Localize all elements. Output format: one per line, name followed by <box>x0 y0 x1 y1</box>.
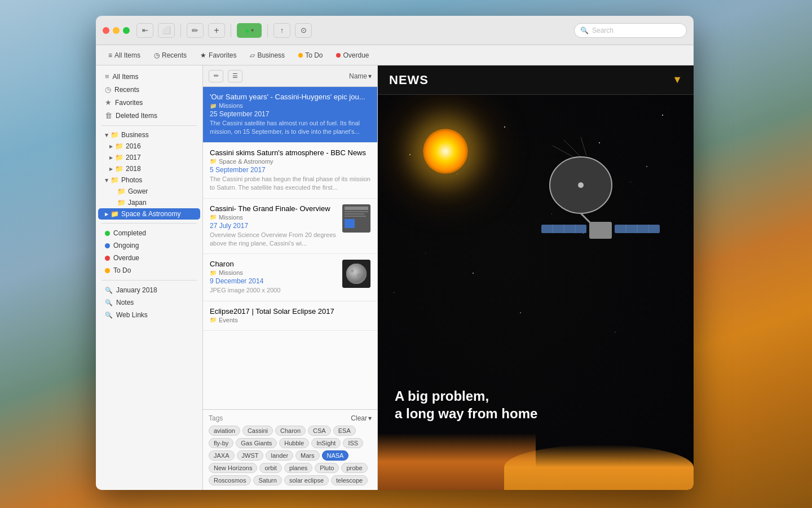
tag-telescope[interactable]: telescope <box>331 475 368 485</box>
tag-jwst[interactable]: JWST <box>237 450 264 461</box>
trash-icon: 🗑 <box>105 111 112 120</box>
tag-newhorizons[interactable]: New Horizons <box>209 463 257 473</box>
tags-clear-button[interactable]: Clear ▾ <box>351 414 372 422</box>
thumbnail-svg <box>342 204 370 233</box>
tag-flyby[interactable]: fly-by <box>209 438 233 448</box>
separator <box>180 24 181 37</box>
list-item[interactable]: Cassini skims Saturn's atmosphere - BBC … <box>203 143 377 199</box>
svg-point-13 <box>578 182 584 188</box>
folder-icon-sm: 📁 <box>210 103 217 109</box>
sidebar-item-january2018[interactable]: 🔍 January 2018 <box>98 284 200 296</box>
toolbar-tabs: ≡ All Items ◷ Recents ★ Favorites ▱ Busi… <box>96 45 694 65</box>
list-item[interactable]: Eclipse2017 | Total Solar Eclipse 2017 📁… <box>203 301 377 331</box>
tag-hubble[interactable]: Hubble <box>279 438 309 448</box>
minimize-button[interactable] <box>113 27 120 34</box>
add-button[interactable]: + <box>208 23 225 38</box>
folder-icon: 📁 <box>115 154 123 161</box>
star <box>394 292 394 293</box>
sidebar-item-todo[interactable]: To Do <box>98 264 200 277</box>
share-button[interactable]: ↑ <box>273 23 290 38</box>
todo-dot <box>298 53 303 58</box>
tag-nasa[interactable]: NASA <box>322 450 349 461</box>
tag-aviation[interactable]: aviation <box>209 426 240 436</box>
foliage-area <box>378 433 694 490</box>
svg-point-9 <box>351 269 354 273</box>
all-items-icon: ≡ <box>105 72 109 81</box>
tag-probe[interactable]: probe <box>341 463 367 473</box>
list-item[interactable]: Cassini- The Grand Finale- Overview 📁 Mi… <box>203 199 377 255</box>
space-background: A big problem, a long way from home <box>378 95 694 490</box>
sidebar-item-ongoing[interactable]: Ongoing <box>98 239 200 252</box>
list-header: ✏ ☰ Name ▾ <box>203 65 377 87</box>
svg-rect-5 <box>345 219 355 228</box>
sort-button[interactable]: Name ▾ <box>349 72 372 80</box>
sidebar-item-overdue[interactable]: Overdue <box>98 252 200 264</box>
tag-csa[interactable]: CSA <box>308 426 331 436</box>
sidebar-item-weblinks[interactable]: 🔍 Web Links <box>98 309 200 321</box>
item-folder: 📁 Missions <box>210 102 370 109</box>
sidebar-item-favorites[interactable]: ★ Favorites <box>98 96 200 109</box>
search-bar[interactable]: 🔍 Search <box>574 23 687 38</box>
star <box>409 154 411 155</box>
tag-solareclipse[interactable]: solar eclipse <box>284 475 329 485</box>
sidebar-item-space[interactable]: ▶ 📁 Space & Astronomy <box>98 208 200 220</box>
business-icon: ▱ <box>250 51 255 59</box>
detail-panel: NEWS ▼ <box>378 65 694 490</box>
close-button[interactable] <box>103 27 109 34</box>
status-button[interactable]: ● ▾ <box>237 23 262 38</box>
tag-lander[interactable]: lander <box>266 450 293 461</box>
sidebar-item-completed[interactable]: Completed <box>98 227 200 239</box>
detail-chevron-icon[interactable]: ▼ <box>672 74 682 86</box>
tag-saturn[interactable]: Saturn <box>253 475 281 485</box>
settings-button[interactable]: ⊙ <box>295 23 312 38</box>
tag-orbit[interactable]: orbit <box>259 463 281 473</box>
tag-charon[interactable]: Charon <box>275 426 306 436</box>
sidebar-item-recents[interactable]: ◷ Recents <box>98 83 200 96</box>
svg-line-24 <box>564 140 581 157</box>
edit-mode-button[interactable]: ✏ <box>209 70 223 82</box>
sidebar-toggle-button[interactable]: ⇤ <box>136 23 153 38</box>
tab-recents[interactable]: ◷ Recents <box>148 49 192 62</box>
overdue-dot <box>105 256 110 261</box>
tag-pluto[interactable]: Pluto <box>315 463 339 473</box>
list-item[interactable]: Charon 📁 Missions 9 December 2014 JPEG i… <box>203 254 377 301</box>
tab-all-items[interactable]: ≡ All Items <box>103 49 146 62</box>
tab-overdue[interactable]: Overdue <box>330 49 374 62</box>
sidebar-item-photos[interactable]: ▶ 📁 Photos <box>98 174 200 186</box>
tab-todo[interactable]: To Do <box>293 49 328 62</box>
tag-planes[interactable]: planes <box>284 463 312 473</box>
sidebar-item-2018[interactable]: ▶ 📁 2018 <box>98 163 200 174</box>
sun-glow <box>423 129 468 174</box>
sidebar-item-2017[interactable]: ▶ 📁 2017 <box>98 152 200 163</box>
search-icon: 🔍 <box>580 27 589 34</box>
item-folder: 📁 Missions <box>210 214 338 221</box>
tag-roscosmos[interactable]: Roscosmos <box>209 475 251 485</box>
folder-icon-sm: 📁 <box>210 214 217 220</box>
sidebar-item-japan[interactable]: 📁 Japan <box>98 197 200 208</box>
tag-gasgiants[interactable]: Gas Giants <box>236 438 277 448</box>
tag-jaxa[interactable]: JAXA <box>209 450 235 461</box>
right-foliage <box>504 445 694 490</box>
sidebar-item-business[interactable]: ▶ 📁 Business <box>98 129 200 141</box>
tab-business[interactable]: ▱ Business <box>244 49 290 62</box>
tag-iss[interactable]: ISS <box>343 438 363 448</box>
list-item[interactable]: 'Our Saturn years' - Cassini-Huygens' ep… <box>203 87 377 143</box>
view-mode-button[interactable]: ☰ <box>228 70 242 82</box>
sidebar-item-deleted[interactable]: 🗑 Deleted Items <box>98 109 200 122</box>
ongoing-dot <box>105 243 110 248</box>
star <box>504 126 505 128</box>
tag-cassini[interactable]: Cassini <box>242 426 273 436</box>
tag-mars[interactable]: Mars <box>295 450 319 461</box>
sidebar-item-2016[interactable]: ▶ 📁 2016 <box>98 141 200 152</box>
tab-favorites[interactable]: ★ Favorites <box>195 49 242 62</box>
maximize-button[interactable] <box>123 27 130 34</box>
split-view-button[interactable]: ⬜ <box>158 23 175 38</box>
tags-grid: aviation Cassini Charon CSA ESA fly-by G… <box>209 426 372 485</box>
sidebar-item-gower[interactable]: 📁 Gower <box>98 186 200 197</box>
sidebar-item-all-items[interactable]: ≡ All Items <box>98 70 200 83</box>
sidebar-item-notes[interactable]: 🔍 Notes <box>98 296 200 309</box>
edit-button[interactable]: ✏ <box>187 23 204 38</box>
tag-esa[interactable]: ESA <box>333 426 356 436</box>
tag-insight[interactable]: InSight <box>311 438 341 448</box>
folder-icon: 📁 <box>111 131 119 139</box>
